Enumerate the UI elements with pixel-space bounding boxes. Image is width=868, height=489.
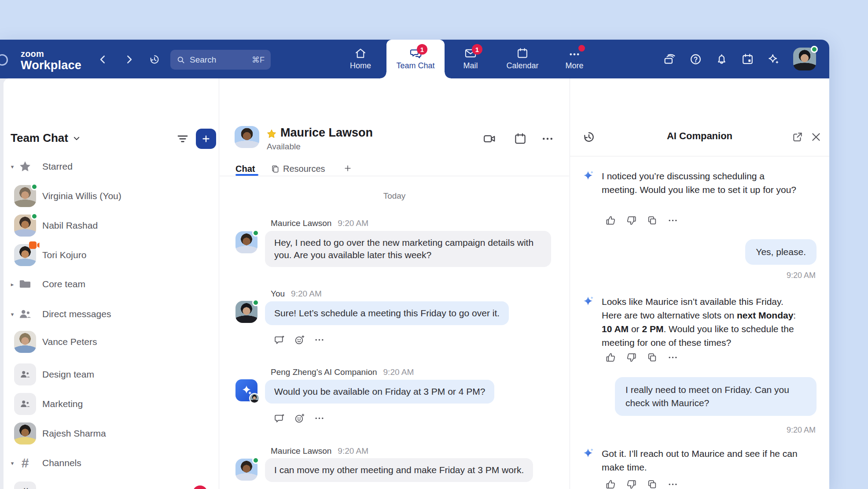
tab-label: More — [565, 61, 583, 70]
add-reaction-button[interactable] — [294, 334, 305, 345]
sidebar-section-channels[interactable]: ▾ # Channels — [4, 451, 219, 475]
thumbs-down-button[interactable] — [626, 215, 637, 226]
reply-in-thread-button[interactable] — [274, 334, 285, 345]
sidebar-item-marketing[interactable]: Marketing — [4, 392, 219, 416]
user-avatar[interactable] — [793, 48, 816, 70]
unread-badge: 1 — [417, 44, 427, 55]
ai-message: Looks like Maurice isn’t available this … — [602, 295, 798, 349]
avatar — [14, 422, 36, 445]
topbar-right-icons — [663, 40, 816, 78]
sidebar: Team Chat ▾ Starred Virginia Willis (You… — [4, 78, 219, 489]
primary-nav: Home 1 Team Chat 1 Mail — [335, 40, 600, 78]
message-time: 9:20 AM — [291, 289, 322, 298]
ai-companion-button[interactable] — [767, 53, 780, 66]
search-icon — [177, 56, 185, 64]
sidebar-section-core-team[interactable]: ▸ Core team — [4, 272, 219, 296]
message-time: 9:20 AM — [338, 446, 368, 456]
tab-label: Team Chat — [396, 61, 434, 70]
collapse-triangle-icon: ▾ — [9, 460, 16, 467]
sidebar-item-vance-peters[interactable]: Vance Peters — [4, 330, 219, 354]
item-label: Vance Peters — [42, 337, 97, 347]
avatar — [235, 231, 257, 253]
tab-calendar[interactable]: Calendar — [497, 40, 548, 78]
filter-button[interactable] — [176, 132, 189, 145]
ai-more-button[interactable] — [667, 479, 678, 489]
section-label: Channels — [42, 458, 81, 468]
favorite-star-icon[interactable] — [266, 129, 277, 139]
ai-more-button[interactable] — [667, 215, 678, 226]
close-icon — [810, 131, 822, 143]
start-video-button[interactable] — [483, 132, 496, 145]
thumbs-down-button[interactable] — [626, 352, 637, 363]
sidebar-item-design-team[interactable]: Design team — [4, 362, 219, 387]
video-camera-icon — [483, 132, 496, 145]
avatar — [235, 459, 257, 481]
tab-label: Chat — [235, 164, 255, 174]
search-input[interactable]: Search ⌘F — [170, 50, 271, 70]
tab-label: Calendar — [506, 61, 538, 70]
sidebar-item-rajesh-sharma[interactable]: Rajesh Sharma — [4, 421, 219, 446]
chat-more-button[interactable] — [541, 132, 554, 145]
avatar — [14, 244, 36, 266]
tab-team-chat[interactable]: 1 Team Chat — [386, 40, 445, 78]
calendar-event-icon — [741, 53, 754, 66]
back-button[interactable] — [97, 54, 109, 65]
tab-home[interactable]: Home — [335, 40, 386, 78]
tab-resources[interactable]: Resources — [271, 164, 325, 174]
thumbs-up-icon — [605, 479, 616, 489]
calendar-icon — [516, 47, 529, 59]
sidebar-item-virginia-willis[interactable]: Virginia Willis (You) — [4, 184, 219, 208]
reply-in-thread-button[interactable] — [274, 413, 285, 424]
message-bubble: Hey, I need to go over the new marketing… — [265, 231, 551, 267]
new-chat-button[interactable] — [196, 129, 216, 149]
sidebar-section-direct-messages[interactable]: ▾ Direct messages — [4, 302, 219, 326]
schedule-button[interactable] — [741, 53, 754, 66]
close-panel-button[interactable] — [810, 131, 822, 143]
home-icon — [354, 47, 367, 59]
sidebar-item-project-b-kickoff[interactable]: # Project B kickoff 1 — [4, 480, 219, 489]
presence-online-dot — [252, 457, 259, 464]
thumbs-up-button[interactable] — [605, 352, 616, 363]
copy-button[interactable] — [647, 215, 658, 226]
reply-bubble-icon — [274, 334, 285, 345]
group-avatar — [14, 393, 36, 415]
hash-icon: # — [22, 485, 29, 489]
sidebar-section-starred[interactable]: ▾ Starred — [4, 154, 219, 179]
sidebar-item-tori-kojuro[interactable]: Tori Kojuro — [4, 243, 219, 267]
chat-peer-name: Maurice Lawson — [280, 126, 373, 140]
message-more-button[interactable] — [314, 413, 325, 424]
ai-more-button[interactable] — [667, 352, 678, 363]
thumbs-up-button[interactable] — [605, 479, 616, 489]
message-more-button[interactable] — [314, 334, 325, 345]
sidebar-title-menu[interactable]: Team Chat — [11, 131, 81, 145]
tab-mail[interactable]: 1 Mail — [445, 40, 497, 78]
presence-online-dot — [31, 213, 38, 220]
presence-online-dot — [252, 230, 259, 237]
add-reaction-button[interactable] — [294, 413, 305, 424]
copy-icon — [647, 479, 658, 489]
message-sender: You9:20 AM — [271, 289, 322, 299]
collapse-triangle-icon: ▾ — [9, 311, 16, 318]
chevron-left-icon — [97, 54, 109, 65]
copy-button[interactable] — [647, 479, 658, 489]
open-in-window-button[interactable] — [792, 131, 803, 143]
thumbs-down-icon — [626, 215, 637, 226]
avatar — [235, 301, 257, 323]
item-label: Virginia Willis (You) — [42, 191, 121, 201]
copy-button[interactable] — [647, 352, 658, 363]
help-button[interactable] — [689, 53, 702, 66]
add-tab-button[interactable] — [343, 164, 352, 173]
unread-badge: 1 — [472, 44, 482, 55]
tab-more[interactable]: More — [548, 40, 600, 78]
tab-chat[interactable]: Chat — [235, 164, 255, 174]
notifications-button[interactable] — [715, 53, 728, 66]
forward-button[interactable] — [123, 54, 135, 65]
calendar-icon — [514, 132, 527, 145]
item-label: Marketing — [42, 399, 83, 409]
thumbs-down-button[interactable] — [626, 479, 637, 489]
schedule-meeting-button[interactable] — [514, 132, 527, 145]
rooms-device-button[interactable] — [663, 53, 676, 66]
history-button[interactable] — [149, 54, 160, 65]
thumbs-up-button[interactable] — [605, 215, 616, 226]
sidebar-item-nabil-rashad[interactable]: Nabil Rashad — [4, 213, 219, 238]
